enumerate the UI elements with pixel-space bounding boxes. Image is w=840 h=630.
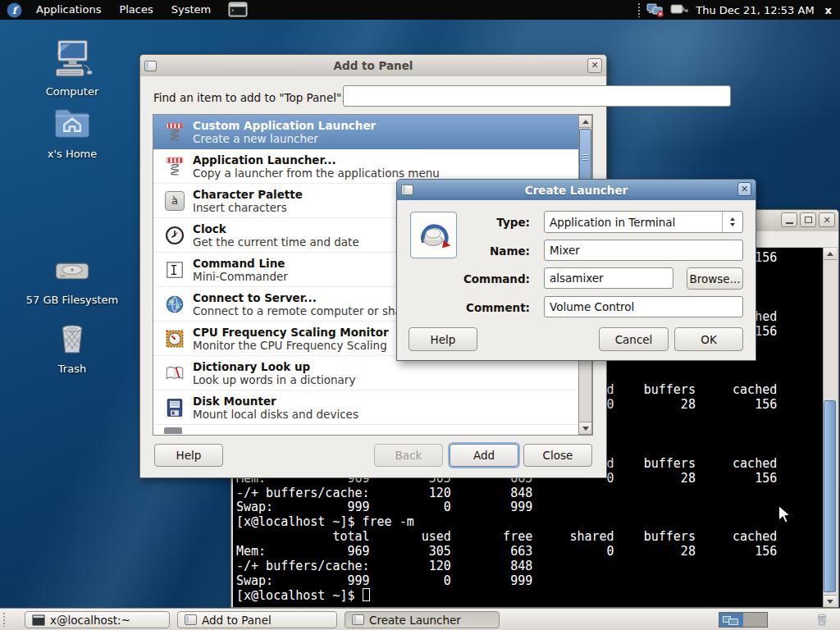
- dialog-title: Create Launcher: [397, 184, 756, 197]
- desktop-icon-trash[interactable]: Trash: [23, 317, 121, 375]
- dictionary-book-icon: [164, 363, 185, 384]
- user-switcher[interactable]: x: [820, 4, 837, 16]
- desktop-icon-home[interactable]: x's Home: [23, 103, 121, 160]
- launcher-icon: [164, 156, 185, 177]
- item-title: CPU Frequency Scaling Monitor: [193, 326, 389, 339]
- desktop-icon-label: Trash: [23, 363, 121, 375]
- menu-places[interactable]: Places: [110, 0, 162, 20]
- taskbar: x@localhost:~ Add to Panel Create Launch…: [0, 608, 840, 630]
- desktop-icon-label: Computer: [23, 85, 121, 98]
- clock-icon: [164, 225, 185, 246]
- workspace-2[interactable]: [743, 613, 767, 627]
- workspace-1[interactable]: [719, 613, 743, 627]
- name-field[interactable]: [544, 240, 743, 261]
- scrollbar-thumb[interactable]: [824, 400, 836, 592]
- close-icon[interactable]: ✕: [587, 58, 602, 73]
- scroll-up-icon[interactable]: [579, 116, 591, 128]
- minimize-button[interactable]: [781, 212, 797, 227]
- command-label: Command:: [399, 272, 530, 285]
- create-launcher-titlebar[interactable]: Create Launcher ✕: [397, 180, 756, 200]
- type-value: Application in Terminal: [545, 216, 722, 229]
- network-status-icon[interactable]: [646, 2, 664, 17]
- taskbar-button-label: Create Launcher: [369, 614, 461, 627]
- battery-status-icon[interactable]: [670, 2, 690, 17]
- item-title: Command Line: [193, 257, 288, 270]
- item-title: Character Palette: [193, 188, 303, 201]
- terminal-cursor: [363, 588, 370, 601]
- item-desc: Look up words in a dictionary: [193, 373, 355, 386]
- maximize-button[interactable]: [800, 212, 816, 227]
- comment-label: Comment:: [399, 301, 530, 314]
- desktop-icon-computer[interactable]: Computer: [23, 38, 121, 98]
- terminal-launcher-icon[interactable]: [228, 2, 248, 18]
- desktop-icon-label: x's Home: [23, 148, 121, 160]
- fedora-logo-icon[interactable]: f: [7, 2, 22, 18]
- taskbar-button-label: Add to Panel: [202, 614, 272, 627]
- window-icon: [352, 614, 364, 625]
- add-to-panel-titlebar[interactable]: Add to Panel ✕: [140, 55, 606, 76]
- launcher-icon: [164, 121, 185, 143]
- taskbar-button-add-to-panel[interactable]: Add to Panel: [177, 611, 337, 628]
- item-title: Clock: [193, 222, 359, 235]
- taskbar-grip[interactable]: [2, 612, 6, 627]
- find-label: Find an item to add to "Top Panel":: [153, 91, 345, 104]
- trash-applet-icon[interactable]: [814, 610, 830, 628]
- top-panel: f Applications Places System Thu Dec 21,…: [0, 0, 840, 20]
- list-item-disk-mounter[interactable]: Disk Mounter Mount local disks and devic…: [153, 390, 579, 425]
- item-desc: Mini-Commander: [193, 270, 288, 283]
- close-button[interactable]: Close: [523, 444, 592, 467]
- desktop-icon-label: 57 GB Filesystem: [23, 294, 121, 306]
- item-desc: Create a new launcher: [193, 132, 376, 145]
- item-title: Disk Mounter: [193, 395, 358, 408]
- back-button[interactable]: Back: [374, 444, 443, 467]
- floppy-disk-icon: [164, 397, 185, 418]
- menu-system[interactable]: System: [162, 0, 220, 20]
- taskbar-button-terminal[interactable]: x@localhost:~: [25, 611, 170, 628]
- add-button[interactable]: Add: [450, 444, 518, 467]
- item-desc: Insert characters: [193, 201, 303, 214]
- name-label: Name:: [399, 244, 530, 258]
- close-icon[interactable]: ✕: [737, 182, 751, 196]
- window-icon: [185, 614, 197, 625]
- comment-field[interactable]: [544, 296, 743, 317]
- item-title: Custom Application Launcher: [193, 119, 376, 132]
- cancel-button[interactable]: Cancel: [599, 327, 669, 351]
- list-item-dictionary-lookup[interactable]: Dictionary Look up Look up words in a di…: [153, 356, 579, 390]
- desktop-icon-filesystem[interactable]: 57 GB Filesystem: [23, 253, 121, 306]
- scroll-down-icon[interactable]: [579, 422, 591, 434]
- item-title: Dictionary Look up: [193, 360, 355, 373]
- cpu-gauge-icon: [164, 328, 185, 349]
- item-desc: Get the current time and date: [193, 235, 359, 249]
- chevron-updown-icon: [722, 212, 742, 232]
- ok-button[interactable]: OK: [674, 327, 743, 351]
- dialog-title: Add to Panel: [140, 59, 606, 72]
- scroll-down-icon[interactable]: [824, 595, 837, 607]
- item-desc: Monitor the CPU Frequency Scaling: [193, 339, 389, 352]
- item-desc: Mount local disks and devices: [193, 408, 358, 421]
- command-field[interactable]: [544, 267, 673, 289]
- taskbar-button-label: x@localhost:~: [50, 614, 130, 627]
- list-item-partial: [164, 427, 182, 434]
- taskbar-button-create-launcher[interactable]: Create Launcher: [345, 611, 500, 628]
- menu-applications[interactable]: Applications: [27, 0, 110, 20]
- item-title: Application Launcher...: [193, 153, 440, 167]
- terminal-scrollbar[interactable]: [823, 248, 837, 607]
- mouse-cursor: [778, 504, 791, 524]
- computer-icon: [51, 38, 94, 80]
- item-desc: Copy a launcher from the applications me…: [193, 167, 440, 180]
- clock[interactable]: Thu Dec 21, 12:53 AM: [696, 4, 814, 16]
- home-folder-icon: [51, 103, 94, 143]
- list-item-custom-application-launcher[interactable]: Custom Application Launcher Create a new…: [153, 115, 579, 149]
- help-button[interactable]: Help: [154, 444, 223, 467]
- type-label: Type:: [399, 216, 530, 229]
- browse-button[interactable]: Browse...: [687, 267, 743, 290]
- globe-icon: [164, 294, 185, 315]
- create-launcher-dialog: Create Launcher ✕ Type: Name: Command: C…: [396, 179, 756, 361]
- close-icon[interactable]: ✕: [819, 212, 835, 227]
- type-select[interactable]: Application in Terminal: [544, 211, 743, 233]
- help-button[interactable]: Help: [409, 327, 477, 351]
- scroll-up-icon[interactable]: [824, 248, 837, 260]
- panel-grip[interactable]: [637, 2, 641, 17]
- search-input[interactable]: [343, 85, 731, 107]
- workspace-switcher[interactable]: [719, 612, 768, 628]
